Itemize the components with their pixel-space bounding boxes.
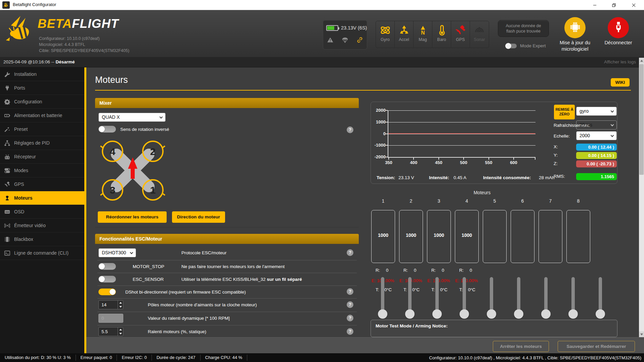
- x-axis-tick: [513, 158, 514, 160]
- sidebar-item-ports[interactable]: Ports: [0, 81, 84, 95]
- sidebar-item-moteurs[interactable]: Moteurs: [0, 191, 84, 205]
- svg-text:N: N: [421, 30, 425, 36]
- sidebar-item-installation[interactable]: Installation: [0, 67, 84, 81]
- motors-section-title: Moteurs: [371, 190, 593, 195]
- power-stat-value: 23.13 V: [398, 175, 414, 180]
- motor-output-bar: [483, 210, 507, 263]
- wand-icon: [4, 126, 10, 132]
- failsafe-parachute-icon: [341, 36, 349, 44]
- y-axis-tick: [386, 157, 388, 157]
- expert-mode-toggle[interactable]: [505, 44, 517, 48]
- sidebar-item-osd[interactable]: OSD OSD: [0, 205, 84, 219]
- help-icon[interactable]: ?: [347, 301, 353, 308]
- help-icon[interactable]: ?: [347, 126, 353, 133]
- stepper-arrows[interactable]: [118, 327, 123, 336]
- esc-sensor-toggle[interactable]: [98, 276, 116, 282]
- sidebar-item-r-glages-de-pid[interactable]: Réglages de PID: [0, 136, 84, 150]
- motor-test-notice-panel: Motor Test Mode / Arming Notice:: [371, 320, 617, 337]
- sidebar-item-alimentation-et-batterie[interactable]: Alimentation et batterie: [0, 109, 84, 122]
- sidebar-item-configuration[interactable]: Configuration: [0, 95, 84, 109]
- graph-source-select[interactable]: gyro: [576, 107, 617, 116]
- help-icon[interactable]: ?: [347, 315, 353, 321]
- slider-thumb[interactable]: [432, 309, 442, 319]
- motor-idle-input[interactable]: 5.5: [98, 327, 123, 336]
- motor-output-value: 1000: [455, 232, 478, 238]
- sidebar-accent-divider: [84, 67, 86, 353]
- remap-motors-button[interactable]: Réordonner les moteurs: [98, 211, 167, 223]
- gridline: [388, 122, 535, 122]
- motor-stop-toggle[interactable]: [98, 263, 116, 270]
- slider-thumb[interactable]: [568, 309, 578, 319]
- dynamic-idle-label: Valeur du ralenti dynamique [* 100 RPM]: [148, 316, 230, 321]
- sidebar-item-label: Alimentation et batterie: [14, 113, 62, 118]
- refresh-rate-select[interactable]: 20 ms: [576, 120, 617, 130]
- slider-thumb[interactable]: [378, 309, 387, 319]
- motor-test-notice-title: Motor Test Mode / Arming Notice:: [376, 323, 448, 328]
- minimize-button[interactable]: [587, 0, 602, 10]
- motor-column-number: 5: [483, 198, 507, 204]
- help-icon[interactable]: ?: [347, 249, 353, 256]
- motor-rpm-stat: R:0: [459, 268, 485, 273]
- y-axis-tick-label: 1000: [371, 119, 386, 125]
- restore-button[interactable]: [606, 0, 621, 10]
- sidebar-item-modes[interactable]: Modes: [0, 164, 84, 177]
- sidebar-item-gps[interactable]: GPS: [0, 177, 84, 191]
- sensor-indicator-sonar: Sonar: [470, 21, 489, 48]
- version-line: Configurateur: 10.10.0 (c97deaf): [39, 36, 129, 42]
- show-logs-link[interactable]: Afficher les logs: [604, 59, 636, 64]
- bidirectional-dshot-toggle[interactable]: [98, 289, 116, 295]
- help-icon[interactable]: ?: [347, 328, 353, 335]
- wiki-button[interactable]: WIKI: [611, 78, 630, 87]
- dynamic-idle-input: 0: [98, 314, 123, 323]
- y-axis-tick: [386, 134, 388, 134]
- version-line: Micrologiciel: 4.4.3 BTFL: [39, 42, 129, 48]
- wrench-icon: [4, 71, 10, 77]
- firmware-flasher-button[interactable]: [564, 17, 586, 38]
- motor-poles-input[interactable]: 14: [98, 300, 123, 309]
- axis-label: Y:: [554, 153, 558, 158]
- esc-protocol-select[interactable]: DSHOT300: [98, 248, 136, 257]
- scrollbar-thumb[interactable]: [639, 64, 644, 175]
- sidebar-item-preset[interactable]: Preset: [0, 122, 84, 136]
- scroll-up-arrow[interactable]: [639, 58, 644, 63]
- flash-data-button[interactable]: Aucune donnée de flash puce trouvée: [498, 20, 549, 37]
- reverse-motor-direction-toggle[interactable]: [98, 126, 116, 133]
- power-stat-value: 0.45 A: [454, 175, 466, 180]
- slider-thumb[interactable]: [487, 309, 496, 319]
- esc-protocol-label: Protocole ESC/moteur: [181, 250, 226, 255]
- scale-label: Echelle:: [554, 134, 570, 139]
- sidebar-item-r-cepteur[interactable]: Récepteur: [0, 150, 84, 164]
- stop-motors-button[interactable]: Arrêter les moteurs: [493, 341, 549, 352]
- status-segment: Charge CPU: 44 %: [201, 355, 248, 361]
- link-icon: [356, 36, 363, 44]
- scroll-down-arrow[interactable]: [639, 331, 644, 337]
- sidebar-item-ligne-de-commande-cli[interactable]: Ligne de commande (CLI): [0, 246, 84, 260]
- slider-thumb[interactable]: [514, 309, 523, 319]
- expert-mode-row: Mode Expert: [505, 43, 546, 48]
- help-icon[interactable]: ?: [347, 288, 353, 295]
- slider-thumb[interactable]: [405, 309, 415, 319]
- motor-number: 2: [150, 146, 156, 157]
- stepper-arrows[interactable]: [118, 301, 123, 309]
- slider-thumb[interactable]: [541, 309, 551, 319]
- vertical-scrollbar[interactable]: [639, 58, 644, 337]
- motor-output-value: 1000: [399, 232, 423, 238]
- slider-thumb[interactable]: [460, 309, 469, 319]
- sidebar-item-blackbox[interactable]: Blackbox: [0, 232, 84, 246]
- status-configurator-info: Configurateur: 10.10.0 (c97deaf) , Micro…: [429, 355, 641, 360]
- version-line: Cible: SPBE/SPEEDYBEEF405V4(STM32F405): [39, 48, 129, 54]
- esc-sensor-name: ESC_SENSOR: [133, 277, 164, 282]
- y-axis-tick-label: 2000: [371, 108, 386, 113]
- sidebar-item-metteur-vid-o[interactable]: Émetteur vidéo: [0, 219, 84, 232]
- motor-number: 1: [150, 185, 156, 196]
- slider-thumb[interactable]: [596, 309, 605, 319]
- motor-direction-button[interactable]: Direction du moteur: [172, 211, 225, 223]
- mixer-type-select[interactable]: QUAD X: [98, 113, 166, 122]
- close-button[interactable]: [626, 0, 641, 10]
- motor-column-number: 1: [371, 198, 395, 204]
- disconnect-button[interactable]: [608, 17, 629, 38]
- esc-sensor-desc: Utiliser la télémétrie ESC KISS/BLHeli_3…: [181, 277, 302, 282]
- graph-scale-select[interactable]: 2000: [576, 131, 617, 140]
- save-and-reboot-button[interactable]: Sauvegarder et Redémarrer: [558, 341, 635, 352]
- reset-zero-button[interactable]: REMISE À ZÉRO: [554, 105, 575, 119]
